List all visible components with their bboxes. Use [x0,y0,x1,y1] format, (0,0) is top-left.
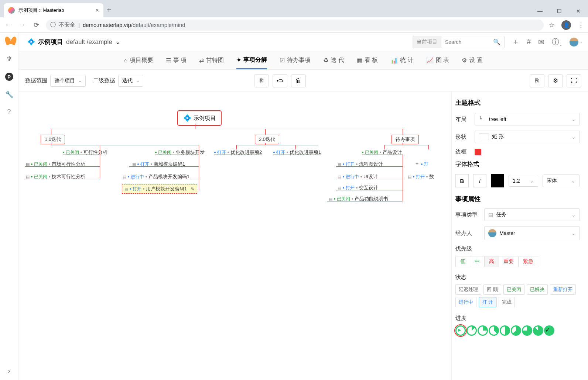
bar-chart-icon: 📊 [390,57,398,64]
project-selector[interactable]: 💠 示例项目 default /example ⌄ [27,38,120,46]
mail-icon[interactable]: ✉ [538,38,544,46]
font-family-select[interactable]: 宋体 [543,175,580,187]
font-color-swatch[interactable] [491,174,504,187]
progress-5[interactable] [511,325,521,336]
search-input[interactable] [441,39,489,45]
bold-button[interactable]: B [455,174,469,187]
level2-select[interactable]: 迭代 [118,75,143,87]
check-icon: ☑ [280,57,285,64]
status-done[interactable]: 完成 [499,297,515,307]
selected-node[interactable]: ▤打开用户模块开发编码1✎ [122,184,197,194]
status-closed[interactable]: 已关闭 [503,284,524,295]
mindmap-canvas[interactable]: 💠 示例项目 1.0迭代 2.0迭代 待办事项 已关闭可行性分析 ▤已关闭市场可… [18,92,451,380]
info-icon[interactable]: ⓘ⌄ [552,37,562,47]
tab-iteration[interactable]: ♻迭 代 [323,51,344,69]
tab-backlog[interactable]: ☑待办事项 [280,51,311,69]
board-icon: ▦ [357,57,362,64]
tool-icon[interactable]: 🔧 [5,90,13,99]
menu-icon[interactable]: ⋮ [578,21,584,29]
settings-button[interactable]: ⚙ [548,74,563,87]
search-icon[interactable]: 🔍 [489,38,504,45]
browser-tab[interactable]: 示例项目 :: Masterlab × [4,3,103,17]
project-icon[interactable]: P [5,73,13,81]
list-icon: ☰ [166,57,171,64]
tab-stats[interactable]: 📊统 计 [390,51,413,69]
tab-kanban[interactable]: ▦看 板 [357,51,378,69]
reload-button[interactable]: ⟳ [32,21,41,29]
chevron-down-icon: ⌄ [580,40,583,44]
tab-breakdown[interactable]: ✦事项分解 [236,51,267,69]
progress-1[interactable] [466,325,477,336]
priority-med[interactable]: 中 [470,256,485,267]
progress-8[interactable]: ✓ [544,325,554,336]
branch-2[interactable]: 2.0迭代 [255,135,279,144]
progress-2[interactable] [478,325,488,336]
branch-3[interactable]: 待办事项 [392,135,419,144]
layout-label: 布局 [455,116,470,123]
back-button[interactable]: ← [4,21,13,29]
add-child-button[interactable]: •⊃ [273,74,287,87]
status-label: 状态 [455,274,580,281]
progress-4[interactable] [500,325,510,336]
status-inprogress[interactable]: 进行中 [455,297,476,307]
priority-high[interactable]: 高 [484,256,499,267]
status-reopen[interactable]: 重新打开 [550,284,576,295]
scope-select[interactable]: 整个项目 [50,75,86,87]
expand-sidebar-icon[interactable]: › [8,367,10,375]
fullscreen-button[interactable]: ⛶ [567,74,581,87]
assignee-label: 经办人 [455,230,480,237]
url-input[interactable]: ⓘ 不安全 | demo.masterlab.vip/default/examp… [46,20,544,31]
priority-important[interactable]: 重要 [499,256,519,267]
help-icon[interactable]: ? [7,108,11,116]
user-menu[interactable]: ⌄ [570,38,583,46]
issue-type-select[interactable]: ▤任务 [484,208,580,221]
leaf-node[interactable]: 打 [421,161,428,167]
shape-select[interactable]: 矩 形 [475,131,580,143]
window-maximize-icon[interactable]: ☐ [550,4,569,17]
root-node[interactable]: 💠 示例项目 [177,110,222,126]
add-sibling-button[interactable]: ⎘ [254,74,269,87]
branch-1[interactable]: 1.0迭代 [41,135,65,144]
priority-low[interactable]: 低 [455,256,470,267]
tab-title: 示例项目 :: Masterlab [18,7,64,14]
tab-settings[interactable]: ⚙设 置 [462,51,482,69]
project-name: 示例项目 [38,38,63,46]
status-delayed[interactable]: 延迟处理 [455,284,481,295]
progress-6[interactable] [522,325,532,336]
window-close-icon[interactable]: ✕ [569,4,588,17]
forward-button[interactable]: → [18,21,27,29]
progress-7[interactable] [533,325,543,336]
priority-label: 优先级 [455,245,580,252]
delete-button[interactable]: 🗑 [291,74,306,87]
assignee-select[interactable]: Master [484,226,580,240]
font-size-select[interactable]: 1.2 [509,175,538,187]
layout-select[interactable]: tree left [475,113,580,125]
italic-button[interactable]: I [473,174,486,187]
hash-icon[interactable]: # [527,38,531,46]
progress-3[interactable] [489,325,499,336]
status-review[interactable]: 回 顾 [483,284,501,295]
tab-issues[interactable]: ☰事 项 [166,51,187,69]
priority-urgent[interactable]: 紧急 [518,256,538,267]
hierarchy-icon[interactable]: ♆ [6,55,12,63]
progress-0[interactable] [455,325,466,336]
tab-overview[interactable]: ⌂项目概要 [124,51,153,69]
window-minimize-icon[interactable]: — [530,4,550,17]
search-scope-label[interactable]: 当前项目 [413,36,441,48]
status-solved[interactable]: 已解决 [527,284,548,295]
profile-icon[interactable]: 👤 [561,20,571,30]
toolbar: 数据范围 整个项目 二级数据 迭代 ⎘ •⊃ 🗑 ⎘ ⚙ ⛶ [18,70,588,92]
tab-charts[interactable]: 📈图 表 [426,51,449,69]
border-color-swatch[interactable] [475,149,481,155]
plus-icon[interactable]: ＋ [512,37,519,47]
close-tab-icon[interactable]: × [96,7,99,14]
new-tab-button[interactable]: + [103,6,114,14]
border-label: 边框 [455,148,470,155]
app-logo[interactable] [5,37,16,48]
tab-gantt[interactable]: ⇄甘特图 [199,51,224,69]
status-open[interactable]: 打 开 [479,297,496,307]
expand-icon[interactable]: + [416,161,418,167]
leaf-node[interactable]: ▤打开数 [408,173,434,180]
star-icon[interactable]: ☆ [549,21,555,29]
export-button[interactable]: ⎘ [530,74,544,87]
